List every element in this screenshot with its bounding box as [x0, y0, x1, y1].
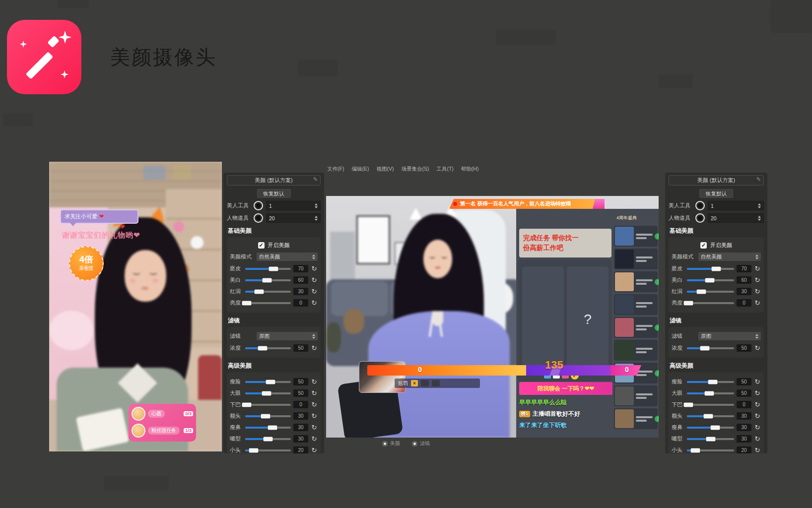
spinner-arrows-icon[interactable]	[315, 216, 318, 221]
number-value: 20	[711, 215, 717, 221]
panel-title-bar[interactable]: 美颜 (默认方案) ✎	[669, 175, 764, 186]
reset-icon[interactable]: ↻	[754, 436, 761, 442]
dropdown-select[interactable]: 原图	[257, 332, 318, 340]
restore-defaults-button[interactable]: 恢复默认	[699, 189, 733, 198]
slider[interactable]	[245, 449, 291, 451]
spinner-arrows-icon[interactable]	[315, 203, 318, 208]
slider[interactable]	[245, 347, 291, 349]
footer-control[interactable]: 滤镜	[412, 440, 430, 447]
slider[interactable]	[245, 427, 291, 429]
slider[interactable]	[687, 279, 734, 281]
number-input[interactable]: 20	[266, 213, 321, 223]
dropdown-select[interactable]: 原图	[698, 332, 761, 340]
slider[interactable]	[687, 427, 734, 429]
stepper-label: 人物道具	[227, 214, 251, 222]
menu-item[interactable]: 文件(F)	[327, 166, 344, 173]
restore-defaults-button[interactable]: 恢复默认	[257, 189, 291, 198]
menu-item[interactable]: 工具(T)	[436, 166, 453, 173]
reset-icon[interactable]: ↻	[754, 345, 761, 351]
menu-item[interactable]: 帮助(H)	[461, 166, 479, 173]
spinner-arrows-icon[interactable]	[758, 203, 761, 208]
slider[interactable]	[687, 404, 734, 406]
follow-button[interactable]: 关注	[655, 370, 659, 377]
dropdown-select[interactable]: 自然美颜	[257, 253, 318, 261]
slider[interactable]	[687, 268, 734, 270]
reset-icon[interactable]: ↻	[754, 379, 761, 385]
reset-icon[interactable]: ↻	[311, 390, 318, 396]
reset-icon[interactable]: ↻	[311, 424, 318, 431]
slider[interactable]	[687, 291, 734, 293]
wish-row[interactable]: 心愿 0/3	[132, 407, 193, 421]
slider[interactable]	[245, 381, 291, 383]
menu-item[interactable]: 编辑(E)	[351, 166, 369, 173]
wish-panel[interactable]: 心愿 0/3 粉丝团任务 1/3	[129, 404, 196, 442]
slider-value: 0	[737, 401, 751, 408]
reset-icon[interactable]: ↻	[754, 277, 761, 283]
slider[interactable]	[245, 438, 291, 440]
reset-icon[interactable]: ↻	[311, 300, 318, 306]
slider[interactable]	[687, 415, 734, 417]
stepper-row: 人物道具 20	[669, 213, 764, 223]
menu-item[interactable]: 场景集合(S)	[401, 166, 429, 173]
reset-icon[interactable]: ↻	[754, 300, 761, 306]
follow-button[interactable]: 关注	[655, 324, 659, 331]
slider[interactable]	[245, 279, 291, 281]
number-input[interactable]: 20	[708, 213, 764, 223]
edit-icon[interactable]: ✎	[313, 176, 318, 183]
reset-icon[interactable]: ↻	[311, 436, 318, 442]
reset-icon[interactable]: ↻	[311, 265, 318, 272]
app-icon[interactable]	[7, 20, 81, 94]
footer-control[interactable]: 美颜	[382, 440, 400, 447]
reset-icon[interactable]: ↻	[754, 447, 761, 453]
follow-button[interactable]: 关注	[655, 233, 659, 240]
reset-icon[interactable]: ↻	[311, 277, 318, 283]
reset-icon[interactable]: ↻	[311, 447, 318, 453]
reset-icon[interactable]: ↻	[754, 288, 761, 295]
reset-icon[interactable]: ↻	[754, 401, 761, 408]
dropdown-select[interactable]: 自然美颜	[698, 253, 761, 261]
slider[interactable]	[245, 302, 291, 304]
section-heading: 基础美颜	[670, 227, 763, 235]
target-picker-icon[interactable]	[695, 201, 705, 210]
footer-control-label: 美颜	[390, 440, 400, 447]
wish-row[interactable]: 粉丝团任务 1/3	[132, 424, 193, 438]
slider[interactable]	[687, 381, 734, 383]
slider-label: 下巴	[672, 401, 684, 408]
slider[interactable]	[245, 268, 291, 270]
reset-icon[interactable]: ↻	[754, 265, 761, 272]
reset-icon[interactable]: ↻	[754, 390, 761, 396]
checkbox-checked-icon[interactable]: ✓	[700, 242, 707, 249]
slider[interactable]	[245, 404, 291, 406]
slider[interactable]	[687, 449, 734, 451]
stream-preview-center[interactable]: 第一名 获得一百名人气用户，前八名进场特效哦 4周年盛典 完成任务 帮你找一 份…	[326, 196, 659, 438]
reset-icon[interactable]: ↻	[311, 345, 318, 351]
slider[interactable]	[687, 347, 734, 349]
checkbox-row[interactable]: ✓ 开启美颜	[230, 242, 318, 249]
follow-button[interactable]: 关注	[655, 416, 659, 422]
spinner-arrows-icon[interactable]	[758, 216, 761, 221]
slider[interactable]	[245, 392, 291, 394]
number-input[interactable]: 1	[708, 201, 764, 210]
reset-icon[interactable]: ↻	[754, 424, 761, 431]
stepper-row: 美人工具 1	[227, 201, 321, 210]
reset-icon[interactable]: ↻	[311, 288, 318, 295]
slider[interactable]	[687, 392, 734, 394]
slider[interactable]	[687, 438, 734, 440]
number-input[interactable]: 1	[266, 201, 321, 210]
slider[interactable]	[245, 415, 291, 417]
checkbox-row[interactable]: ✓ 开启美颜	[672, 242, 761, 249]
checkbox-checked-icon[interactable]: ✓	[258, 242, 265, 249]
reset-icon[interactable]: ↻	[311, 401, 318, 408]
slider[interactable]	[245, 291, 291, 293]
menu-item[interactable]: 视图(V)	[376, 166, 394, 173]
reset-icon[interactable]: ↻	[754, 413, 761, 419]
slider[interactable]	[687, 302, 734, 304]
edit-icon[interactable]: ✎	[756, 176, 761, 183]
reset-icon[interactable]: ↻	[311, 379, 318, 385]
target-picker-icon[interactable]	[254, 213, 263, 223]
panel-title-bar[interactable]: 美颜 (默认方案) ✎	[227, 175, 321, 186]
target-picker-icon[interactable]	[254, 201, 263, 210]
follow-button[interactable]: 关注	[655, 279, 659, 285]
reset-icon[interactable]: ↻	[311, 413, 318, 419]
target-picker-icon[interactable]	[695, 213, 705, 223]
